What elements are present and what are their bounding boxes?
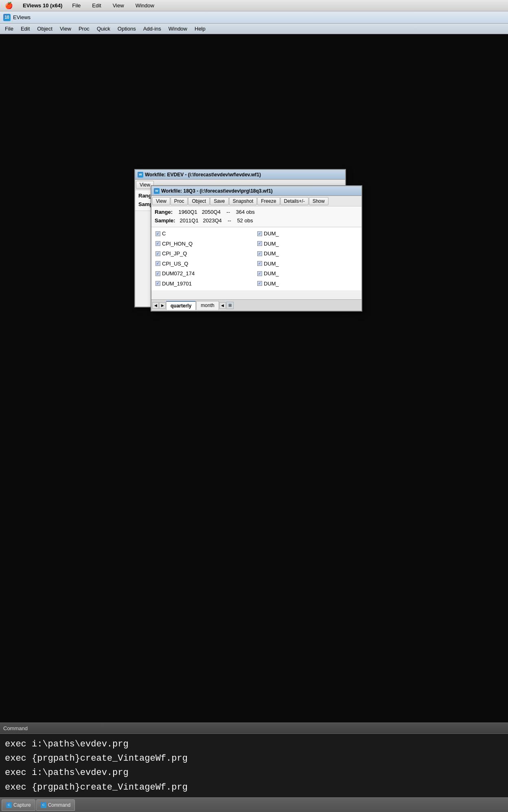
var-dum-r2-checkbox[interactable]: [257, 241, 262, 246]
18q3-sample-label: Sample:: [155, 217, 175, 224]
tab-nav-left2[interactable]: ◀: [219, 302, 226, 309]
mac-menu-file[interactable]: File: [70, 2, 82, 9]
var-dum-r5-label: DUM_: [264, 270, 279, 277]
18q3-details-btn[interactable]: Details+/-: [280, 197, 309, 205]
eviews-title-bar: 10 EViews: [0, 11, 508, 24]
command-line-3: exec i:\paths\evdev.prg: [5, 766, 503, 780]
var-dum-right-3[interactable]: DUM_: [256, 249, 358, 259]
var-c[interactable]: C: [155, 229, 256, 239]
18q3-object-btn[interactable]: Object: [188, 197, 210, 205]
var-cpi-jp-checkbox[interactable]: [155, 251, 160, 256]
tab-month[interactable]: month: [196, 301, 219, 310]
menu-view[interactable]: View: [57, 25, 74, 33]
18q3-sample-end: 2023Q4: [203, 217, 222, 224]
18q3-title-bar[interactable]: W Workfile: 18Q3 - (i:\forecast\evdev\pr…: [151, 186, 361, 196]
var-dum072-checkbox[interactable]: [155, 271, 160, 276]
command-line-4: exec {prgpath}create_VintageWf.prg: [5, 780, 503, 794]
mac-menu-edit[interactable]: Edit: [90, 2, 103, 9]
var-dum19701-checkbox[interactable]: [155, 281, 160, 286]
tab-quarterly[interactable]: quarterly: [166, 301, 196, 310]
mac-menu-view[interactable]: View: [111, 2, 126, 9]
18q3-view-btn[interactable]: View: [152, 197, 170, 205]
18q3-range-end: 2050Q4: [202, 209, 221, 215]
menu-options[interactable]: Options: [114, 25, 139, 33]
menu-window[interactable]: Window: [165, 25, 190, 33]
var-dum-r4-checkbox[interactable]: [257, 261, 262, 266]
command-section: Command exec i:\paths\evdev.prg exec {pr…: [0, 722, 508, 812]
var-dum-r1-checkbox[interactable]: [257, 231, 262, 236]
var-dum-right-2[interactable]: DUM_: [256, 239, 358, 249]
var-dum-r5-checkbox[interactable]: [257, 271, 262, 276]
command-label-bar: Command: [0, 723, 508, 734]
var-dum-r4-label: DUM_: [264, 261, 279, 267]
18q3-proc-btn[interactable]: Proc: [171, 197, 188, 205]
menu-help[interactable]: Help: [191, 25, 209, 33]
command-line-1: exec i:\paths\evdev.prg: [5, 737, 503, 751]
command-content[interactable]: exec i:\paths\evdev.prg exec {prgpath}cr…: [0, 734, 508, 798]
var-dum-r6-checkbox[interactable]: [257, 281, 262, 286]
18q3-save-btn[interactable]: Save: [210, 197, 228, 205]
18q3-range-obs: 364 obs: [236, 209, 254, 215]
var-cpi-hon-label: CPI_HON_Q: [162, 241, 193, 247]
var-dum-right-4[interactable]: DUM_: [256, 259, 358, 269]
var-dum-r2-label: DUM_: [264, 241, 279, 247]
evdev-window-title: Workfile: EVDEV - (i:\forecast\evdev\wf\…: [145, 172, 261, 178]
18q3-freeze-btn[interactable]: Freeze: [257, 197, 280, 205]
var-c-checkbox[interactable]: [155, 231, 160, 236]
18q3-range-start: 1960Q1: [179, 209, 197, 215]
tab-nav-left[interactable]: ◀: [152, 302, 159, 309]
var-cpi-us-label: CPI_US_Q: [162, 261, 188, 267]
var-dum-right-5[interactable]: DUM_: [256, 269, 358, 279]
menu-quick[interactable]: Quick: [94, 25, 114, 33]
18q3-show-btn[interactable]: Show: [309, 197, 328, 205]
var-cpi-us-checkbox[interactable]: [155, 261, 160, 266]
main-workspace: [0, 34, 508, 722]
var-dum-r3-label: DUM_: [264, 250, 279, 257]
18q3-window-icon: W: [154, 188, 160, 194]
command-tab-label: Command: [48, 802, 70, 808]
menu-addins[interactable]: Add-ins: [140, 25, 164, 33]
18q3-window-title: Workfile: 18Q3 - (i:\forecast\evdev\prg\…: [161, 188, 273, 194]
var-dum072-label: DUM072_174: [162, 270, 195, 277]
var-dum-right-1[interactable]: DUM_: [256, 229, 358, 239]
18q3-toolbar: View Proc Object Save Snapshot Freeze De…: [151, 196, 361, 206]
capture-tab-icon: C: [6, 802, 12, 808]
var-dum072-174[interactable]: DUM072_174: [155, 269, 256, 279]
variable-grid: C DUM_ CPI_HON_Q DUM_ CPI_JP_Q DUM_ CPI_…: [151, 227, 361, 290]
var-dum-r3-checkbox[interactable]: [257, 251, 262, 256]
tab-nav-right[interactable]: ▶: [159, 302, 166, 309]
18q3-sample-obs: 52 obs: [237, 217, 253, 224]
apple-logo-icon: 🍎: [5, 2, 13, 9]
18q3-snapshot-btn[interactable]: Snapshot: [229, 197, 257, 205]
tab-grid-view[interactable]: ⊞: [226, 302, 234, 309]
eviews-app-icon: 10: [3, 14, 11, 21]
var-cpi-us-q[interactable]: CPI_US_Q: [155, 259, 256, 269]
18q3-sample-dash: --: [228, 217, 231, 224]
evdev-title-bar[interactable]: W Workfile: EVDEV - (i:\forecast\evdev\w…: [135, 170, 345, 180]
command-label: Command: [3, 725, 28, 731]
workfile-18q3-window: W Workfile: 18Q3 - (i:\forecast\evdev\pr…: [151, 185, 362, 312]
capture-tab-label: Capture: [13, 802, 31, 808]
18q3-info: Range: 1960Q1 2050Q4 -- 364 obs Sample: …: [151, 206, 361, 227]
var-cpi-hon-q[interactable]: CPI_HON_Q: [155, 239, 256, 249]
capture-tab[interactable]: C Capture: [2, 799, 35, 811]
command-tab-icon: C: [41, 802, 46, 808]
menu-edit[interactable]: Edit: [18, 25, 33, 33]
menu-file[interactable]: File: [2, 25, 17, 33]
eviews-app-title: EViews: [13, 14, 31, 20]
var-dum-right-6[interactable]: DUM_: [256, 279, 358, 289]
mac-menu-window[interactable]: Window: [134, 2, 156, 9]
var-cpi-jp-q[interactable]: CPI_JP_Q: [155, 249, 256, 259]
mac-menu-bar: 🍎 EViews 10 (x64) File Edit View Window: [0, 0, 508, 11]
var-dum-19701[interactable]: DUM_19701: [155, 279, 256, 289]
evdev-window-icon: W: [138, 172, 143, 178]
var-c-label: C: [162, 230, 166, 237]
18q3-range-dash: --: [226, 209, 230, 215]
command-tab[interactable]: C Command: [36, 799, 75, 811]
menu-proc[interactable]: Proc: [75, 25, 93, 33]
bottom-tabs-bar: C Capture C Command: [0, 797, 508, 812]
command-line-2: exec {prgpath}create_VintageWf.prg: [5, 751, 503, 766]
menu-object[interactable]: Object: [34, 25, 56, 33]
var-cpi-hon-checkbox[interactable]: [155, 241, 160, 246]
var-dum-r1-label: DUM_: [264, 230, 279, 237]
